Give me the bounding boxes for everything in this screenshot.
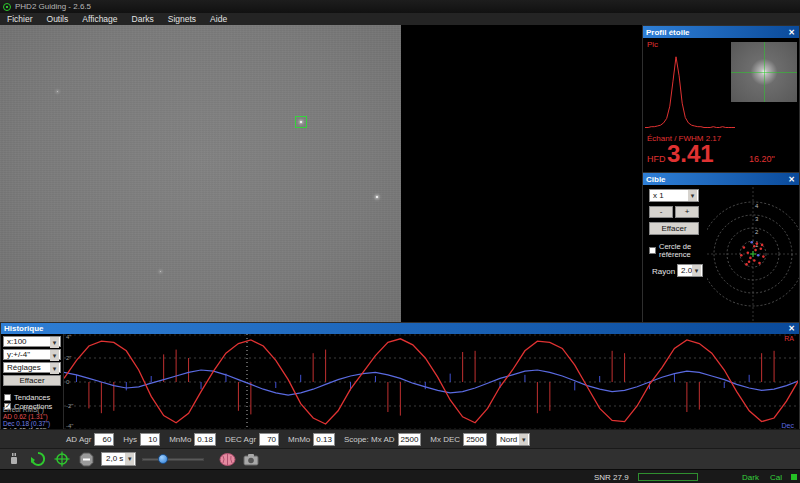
slider-thumb[interactable] [158,454,168,464]
close-icon[interactable]: ✕ [787,324,796,333]
param-label-3: DEC Agr [225,435,256,444]
snr-status: SNR 27.9 [594,473,629,482]
dec-guide-mode-select[interactable]: Nord [496,433,530,446]
radius-input[interactable]: 2.0 [677,264,703,277]
target-zoom-select[interactable]: x 1 [649,189,699,202]
camera-frame [0,25,642,322]
menu-item-4[interactable]: Signets [161,13,203,25]
brain-icon [219,452,236,467]
camera-icon [243,453,259,466]
crosshair-h-icon [731,72,797,73]
connect-equipment-button[interactable] [5,451,23,468]
zoom-in-button[interactable]: + [675,206,699,218]
target-titlebar[interactable]: Cible ✕ [643,173,799,185]
x-scale-select[interactable]: x:100 [3,336,61,347]
phd2-app-icon [3,3,11,11]
param-input-3[interactable]: 70 [259,433,279,446]
close-icon[interactable]: ✕ [787,175,796,184]
history-body: x:100 y:+/-4" Réglages Effacer Tendances… [1,334,799,430]
hfd-arcsec: 16.20" [749,154,775,164]
star[interactable] [376,196,378,198]
start-guiding-button[interactable] [53,451,71,468]
param-label-0: AD Agr [66,435,91,444]
history-titlebar[interactable]: Historique ✕ [1,323,799,334]
menu-item-0[interactable]: Fichier [0,13,40,25]
param-input-6[interactable]: 2500 [463,433,487,446]
reference-circle-label: Cercle de référence [659,243,707,259]
advanced-settings-button[interactable] [218,451,236,468]
history-title: Historique [4,324,44,333]
star-profile-body: Pic Échant / FWHM 2.17 HFD 3.41 16.20" [643,38,799,173]
phd2-window: PHD2 Guiding - 2.6.5 FichierOutilsAffich… [0,0,800,483]
loop-exposures-button[interactable] [29,451,47,468]
param-label-6: Mx DEC [430,435,460,444]
radius-label: Rayon [652,267,675,276]
svg-text:4: 4 [755,203,759,209]
loop-icon [30,451,46,467]
star-thumbnail [731,42,797,102]
param-input-5[interactable]: 2500 [398,433,422,446]
y-tick-label: 4" [66,334,71,340]
hfd-value: 3.41 [667,140,714,168]
star[interactable] [57,91,58,92]
param-label-1: Hys [123,435,137,444]
star-profile-title: Profil étoile [646,28,690,37]
target-scatter-plot: 1234 [707,187,799,321]
history-clear-button[interactable]: Effacer [3,375,61,386]
zoom-out-button[interactable]: - [649,206,673,218]
y-tick-label: 2" [66,355,71,361]
y-tick-label: -2" [66,403,73,409]
gamma-slider[interactable] [142,452,204,466]
camera-settings-button[interactable] [242,451,260,468]
param-input-2[interactable]: 0.18 [194,433,216,446]
rms-ra-stat: AD 0.62 (1.31") [3,413,48,420]
exposure-select[interactable]: 2,0 s [101,452,136,466]
calibration-status: Cal [770,473,782,482]
connection-led-icon [791,474,797,480]
reference-circle-checkbox[interactable] [649,247,656,254]
rms-dec-stat: Dec 0.18 (0.37") [3,420,50,427]
svg-text:2: 2 [755,229,759,235]
close-icon[interactable]: ✕ [787,28,796,37]
rms-header: Erreur RMS(") [3,406,44,413]
target-clear-button[interactable]: Effacer [649,222,699,235]
y-tick-label: 0 [66,379,69,385]
target-panel: Cible ✕ x 1 - + Effacer Cercle de référe… [642,172,800,322]
usb-icon [7,452,21,466]
guide-parameters: AD Agr60Hys10MnMo0.18DEC Agr70MnMo0.13Sc… [66,433,496,446]
star[interactable] [300,121,302,123]
stop-icon [79,452,94,467]
menu-bar: FichierOutilsAffichageDarksSignetsAide [0,13,800,25]
target-title: Cible [646,175,666,184]
menu-item-5[interactable]: Aide [203,13,234,25]
dec-series-label: Dec [782,422,794,429]
guide-parameter-strip: AD Agr60Hys10MnMo0.18DEC Agr70MnMo0.13Sc… [0,429,800,448]
menu-item-3[interactable]: Darks [125,13,161,25]
camera-image[interactable] [0,25,401,322]
star[interactable] [160,271,161,272]
window-title: PHD2 Guiding - 2.6.5 [15,2,91,11]
param-input-4[interactable]: 0.13 [313,433,335,446]
graph-settings-select[interactable]: Réglages [3,362,61,373]
param-label-2: MnMo [169,435,191,444]
history-graph-svg [64,334,798,430]
param-input-0[interactable]: 60 [94,433,114,446]
param-label-4: MnMo [288,435,310,444]
stop-button[interactable] [77,451,95,468]
main-toolbar: 2,0 s [0,448,800,469]
menu-item-2[interactable]: Affichage [75,13,124,25]
menu-item-1[interactable]: Outils [40,13,76,25]
y-scale-select[interactable]: y:+/-4" [3,349,61,360]
ra-series-label: RA [784,335,794,342]
star-profile-panel: Profil étoile ✕ Pic Échant / FWHM 2.17 H… [642,25,800,172]
exposure-progress-bar [638,473,698,481]
param-label-5: Scope: Mx AD [344,435,395,444]
star-profile-titlebar[interactable]: Profil étoile ✕ [643,26,799,38]
target-body: x 1 - + Effacer Cercle de référence Rayo… [643,185,799,323]
history-controls: x:100 y:+/-4" Réglages Effacer Tendances… [1,334,63,430]
star-profile-curve [645,46,735,134]
history-graph: RA Dec 4"2"0-2"-4" [63,334,798,430]
param-input-1[interactable]: 10 [140,433,160,446]
slider-track [142,458,204,461]
title-bar: PHD2 Guiding - 2.6.5 [0,0,800,13]
